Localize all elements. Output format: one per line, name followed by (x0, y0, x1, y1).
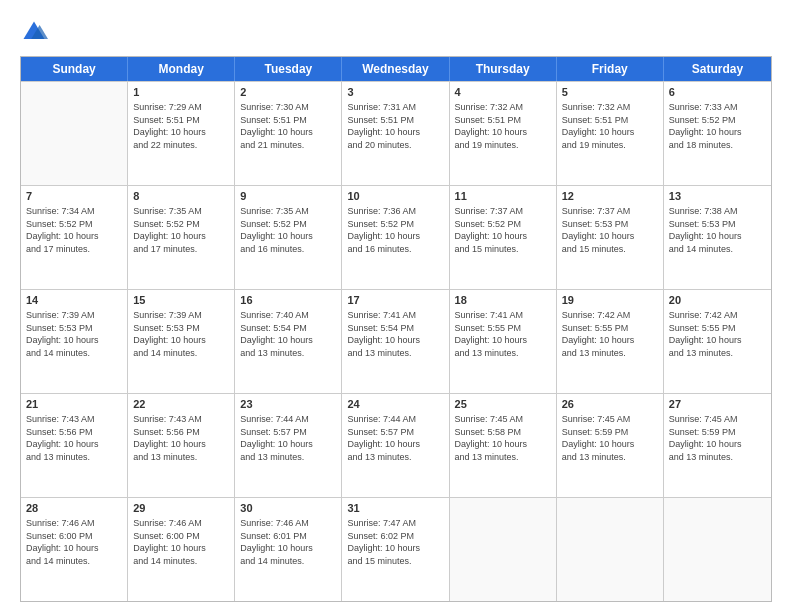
calendar-cell: 6Sunrise: 7:33 AM Sunset: 5:52 PM Daylig… (664, 82, 771, 185)
day-number: 9 (240, 189, 336, 204)
day-info: Sunrise: 7:34 AM Sunset: 5:52 PM Dayligh… (26, 206, 99, 254)
calendar-row: 1Sunrise: 7:29 AM Sunset: 5:51 PM Daylig… (21, 81, 771, 185)
day-number: 15 (133, 293, 229, 308)
calendar-cell: 14Sunrise: 7:39 AM Sunset: 5:53 PM Dayli… (21, 290, 128, 393)
calendar-cell: 26Sunrise: 7:45 AM Sunset: 5:59 PM Dayli… (557, 394, 664, 497)
day-number: 1 (133, 85, 229, 100)
day-number: 24 (347, 397, 443, 412)
header (20, 18, 772, 46)
calendar-cell (450, 498, 557, 601)
day-info: Sunrise: 7:46 AM Sunset: 6:00 PM Dayligh… (133, 518, 206, 566)
calendar-body: 1Sunrise: 7:29 AM Sunset: 5:51 PM Daylig… (21, 81, 771, 601)
calendar-cell: 27Sunrise: 7:45 AM Sunset: 5:59 PM Dayli… (664, 394, 771, 497)
calendar-cell: 3Sunrise: 7:31 AM Sunset: 5:51 PM Daylig… (342, 82, 449, 185)
calendar-cell: 30Sunrise: 7:46 AM Sunset: 6:01 PM Dayli… (235, 498, 342, 601)
day-info: Sunrise: 7:40 AM Sunset: 5:54 PM Dayligh… (240, 310, 313, 358)
calendar-cell: 1Sunrise: 7:29 AM Sunset: 5:51 PM Daylig… (128, 82, 235, 185)
calendar-cell: 12Sunrise: 7:37 AM Sunset: 5:53 PM Dayli… (557, 186, 664, 289)
calendar-cell: 16Sunrise: 7:40 AM Sunset: 5:54 PM Dayli… (235, 290, 342, 393)
day-number: 16 (240, 293, 336, 308)
day-info: Sunrise: 7:44 AM Sunset: 5:57 PM Dayligh… (240, 414, 313, 462)
calendar: SundayMondayTuesdayWednesdayThursdayFrid… (20, 56, 772, 602)
calendar-cell: 4Sunrise: 7:32 AM Sunset: 5:51 PM Daylig… (450, 82, 557, 185)
calendar-cell: 7Sunrise: 7:34 AM Sunset: 5:52 PM Daylig… (21, 186, 128, 289)
day-info: Sunrise: 7:45 AM Sunset: 5:59 PM Dayligh… (669, 414, 742, 462)
calendar-cell: 24Sunrise: 7:44 AM Sunset: 5:57 PM Dayli… (342, 394, 449, 497)
day-info: Sunrise: 7:35 AM Sunset: 5:52 PM Dayligh… (133, 206, 206, 254)
day-number: 26 (562, 397, 658, 412)
day-number: 19 (562, 293, 658, 308)
day-number: 31 (347, 501, 443, 516)
day-info: Sunrise: 7:46 AM Sunset: 6:00 PM Dayligh… (26, 518, 99, 566)
calendar-cell: 22Sunrise: 7:43 AM Sunset: 5:56 PM Dayli… (128, 394, 235, 497)
calendar-cell: 13Sunrise: 7:38 AM Sunset: 5:53 PM Dayli… (664, 186, 771, 289)
day-info: Sunrise: 7:37 AM Sunset: 5:53 PM Dayligh… (562, 206, 635, 254)
calendar-cell: 20Sunrise: 7:42 AM Sunset: 5:55 PM Dayli… (664, 290, 771, 393)
calendar-cell: 17Sunrise: 7:41 AM Sunset: 5:54 PM Dayli… (342, 290, 449, 393)
day-number: 2 (240, 85, 336, 100)
day-info: Sunrise: 7:32 AM Sunset: 5:51 PM Dayligh… (455, 102, 528, 150)
day-info: Sunrise: 7:46 AM Sunset: 6:01 PM Dayligh… (240, 518, 313, 566)
day-number: 14 (26, 293, 122, 308)
weekday-header: Tuesday (235, 57, 342, 81)
day-info: Sunrise: 7:37 AM Sunset: 5:52 PM Dayligh… (455, 206, 528, 254)
day-info: Sunrise: 7:42 AM Sunset: 5:55 PM Dayligh… (562, 310, 635, 358)
weekday-header: Wednesday (342, 57, 449, 81)
day-info: Sunrise: 7:33 AM Sunset: 5:52 PM Dayligh… (669, 102, 742, 150)
calendar-cell (664, 498, 771, 601)
day-number: 29 (133, 501, 229, 516)
calendar-cell: 15Sunrise: 7:39 AM Sunset: 5:53 PM Dayli… (128, 290, 235, 393)
calendar-cell: 10Sunrise: 7:36 AM Sunset: 5:52 PM Dayli… (342, 186, 449, 289)
day-number: 11 (455, 189, 551, 204)
day-number: 18 (455, 293, 551, 308)
day-number: 30 (240, 501, 336, 516)
day-info: Sunrise: 7:30 AM Sunset: 5:51 PM Dayligh… (240, 102, 313, 150)
logo-icon (20, 18, 48, 46)
calendar-cell: 19Sunrise: 7:42 AM Sunset: 5:55 PM Dayli… (557, 290, 664, 393)
calendar-cell (21, 82, 128, 185)
day-number: 7 (26, 189, 122, 204)
day-number: 23 (240, 397, 336, 412)
day-info: Sunrise: 7:35 AM Sunset: 5:52 PM Dayligh… (240, 206, 313, 254)
day-info: Sunrise: 7:43 AM Sunset: 5:56 PM Dayligh… (26, 414, 99, 462)
day-info: Sunrise: 7:47 AM Sunset: 6:02 PM Dayligh… (347, 518, 420, 566)
calendar-cell (557, 498, 664, 601)
calendar-row: 7Sunrise: 7:34 AM Sunset: 5:52 PM Daylig… (21, 185, 771, 289)
calendar-cell: 21Sunrise: 7:43 AM Sunset: 5:56 PM Dayli… (21, 394, 128, 497)
calendar-row: 21Sunrise: 7:43 AM Sunset: 5:56 PM Dayli… (21, 393, 771, 497)
calendar-header: SundayMondayTuesdayWednesdayThursdayFrid… (21, 57, 771, 81)
day-info: Sunrise: 7:38 AM Sunset: 5:53 PM Dayligh… (669, 206, 742, 254)
day-number: 22 (133, 397, 229, 412)
weekday-header: Monday (128, 57, 235, 81)
calendar-cell: 8Sunrise: 7:35 AM Sunset: 5:52 PM Daylig… (128, 186, 235, 289)
day-number: 12 (562, 189, 658, 204)
day-number: 27 (669, 397, 766, 412)
day-info: Sunrise: 7:43 AM Sunset: 5:56 PM Dayligh… (133, 414, 206, 462)
calendar-cell: 11Sunrise: 7:37 AM Sunset: 5:52 PM Dayli… (450, 186, 557, 289)
calendar-cell: 29Sunrise: 7:46 AM Sunset: 6:00 PM Dayli… (128, 498, 235, 601)
calendar-cell: 25Sunrise: 7:45 AM Sunset: 5:58 PM Dayli… (450, 394, 557, 497)
day-info: Sunrise: 7:42 AM Sunset: 5:55 PM Dayligh… (669, 310, 742, 358)
day-number: 6 (669, 85, 766, 100)
weekday-header: Saturday (664, 57, 771, 81)
day-number: 8 (133, 189, 229, 204)
calendar-cell: 31Sunrise: 7:47 AM Sunset: 6:02 PM Dayli… (342, 498, 449, 601)
day-info: Sunrise: 7:45 AM Sunset: 5:59 PM Dayligh… (562, 414, 635, 462)
day-number: 13 (669, 189, 766, 204)
day-number: 28 (26, 501, 122, 516)
day-info: Sunrise: 7:31 AM Sunset: 5:51 PM Dayligh… (347, 102, 420, 150)
calendar-cell: 9Sunrise: 7:35 AM Sunset: 5:52 PM Daylig… (235, 186, 342, 289)
day-number: 4 (455, 85, 551, 100)
calendar-row: 14Sunrise: 7:39 AM Sunset: 5:53 PM Dayli… (21, 289, 771, 393)
day-info: Sunrise: 7:41 AM Sunset: 5:54 PM Dayligh… (347, 310, 420, 358)
calendar-cell: 5Sunrise: 7:32 AM Sunset: 5:51 PM Daylig… (557, 82, 664, 185)
day-number: 17 (347, 293, 443, 308)
day-info: Sunrise: 7:39 AM Sunset: 5:53 PM Dayligh… (133, 310, 206, 358)
day-info: Sunrise: 7:45 AM Sunset: 5:58 PM Dayligh… (455, 414, 528, 462)
day-number: 10 (347, 189, 443, 204)
weekday-header: Sunday (21, 57, 128, 81)
day-number: 21 (26, 397, 122, 412)
calendar-row: 28Sunrise: 7:46 AM Sunset: 6:00 PM Dayli… (21, 497, 771, 601)
weekday-header: Friday (557, 57, 664, 81)
day-info: Sunrise: 7:29 AM Sunset: 5:51 PM Dayligh… (133, 102, 206, 150)
